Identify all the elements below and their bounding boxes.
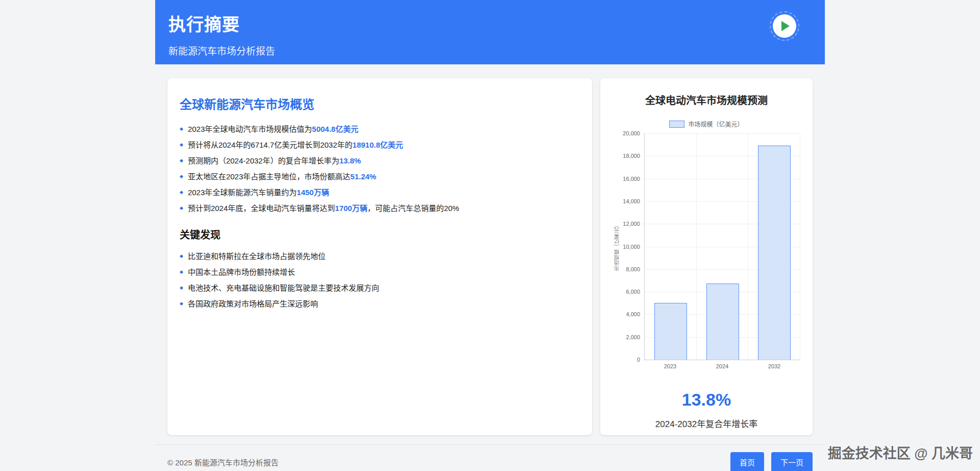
bullet-diamond-icon: ◆ xyxy=(180,282,183,293)
cagr-label: 2024-2032年复合年增长率 xyxy=(612,417,800,430)
chart-legend[interactable]: 市场规模（亿美元） xyxy=(612,120,800,128)
bullet-diamond-icon: ◆ xyxy=(180,139,183,150)
y-tick-label: 20,000 xyxy=(623,130,640,136)
list-item-text: 预计将从2024年的6714.7亿美元增长到2032年的18910.8亿美元 xyxy=(188,139,403,150)
key-findings-list: ◆比亚迪和特斯拉在全球市场占据领先地位◆中国本土品牌市场份额持续增长◆电池技术、… xyxy=(180,251,580,309)
highlight-value: 18910.8亿美元 xyxy=(353,140,403,149)
y-tick-label: 2,000 xyxy=(626,334,640,340)
y-tick-label: 14,000 xyxy=(623,198,640,204)
legend-label: 市场规模（亿美元） xyxy=(688,120,743,128)
list-item: ◆各国政府政策对市场格局产生深远影响 xyxy=(180,298,580,309)
highlight-value: 1700万辆 xyxy=(335,204,367,213)
overview-card: 全球新能源汽车市场概览 ◆2023年全球电动汽车市场规模估值为5004.8亿美元… xyxy=(167,78,592,435)
bar-2023 xyxy=(654,303,687,360)
next-page-button[interactable]: 下一页 xyxy=(771,452,813,471)
list-item-text: 亚太地区在2023年占据主导地位，市场份额高达51.24% xyxy=(188,171,376,182)
main-content: 全球新能源汽车市场概览 ◆2023年全球电动汽车市场规模估值为5004.8亿美元… xyxy=(155,64,825,435)
y-tick-label: 12,000 xyxy=(623,221,640,227)
list-item: ◆预测期内（2024-2032年）的复合年增长率为13.8% xyxy=(180,155,580,166)
page-container: 执行摘要 新能源汽车市场分析报告 全球新能源汽车市场概览 ◆2023年全球电动汽… xyxy=(155,0,825,471)
list-item: ◆电池技术、充电基础设施和智能驾驶是主要技术发展方向 xyxy=(180,282,580,293)
bullet-diamond-icon: ◆ xyxy=(180,203,183,214)
list-item-text: 2023年全球电动汽车市场规模估值为5004.8亿美元 xyxy=(188,124,358,134)
play-icon xyxy=(781,21,790,31)
list-item: ◆比亚迪和特斯拉在全球市场占据领先地位 xyxy=(180,251,580,262)
key-findings-title: 关键发现 xyxy=(180,227,580,242)
list-item-text: 中国本土品牌市场份额持续增长 xyxy=(188,267,295,277)
y-axis-title: 市场规模（亿美元） xyxy=(612,133,621,360)
bullet-diamond-icon: ◆ xyxy=(180,251,183,262)
list-item-text: 2023年全球新能源汽车销量约为1450万辆 xyxy=(188,187,329,198)
chart-card: 全球电动汽车市场规模预测 市场规模（亿美元） 市场规模（亿美元） 02,0004… xyxy=(600,78,813,435)
gridline xyxy=(800,133,800,360)
bullet-diamond-icon: ◆ xyxy=(180,171,183,182)
chart-title: 全球电动汽车市场规模预测 xyxy=(612,92,800,107)
list-item: ◆预计将从2024年的6714.7亿美元增长到2032年的18910.8亿美元 xyxy=(180,139,580,150)
copyright-text: © 2025 新能源汽车市场分析报告 xyxy=(167,457,279,467)
highlight-value: 51.24% xyxy=(350,172,376,181)
highlight-value: 5004.8亿美元 xyxy=(312,125,358,133)
bar-2024 xyxy=(706,284,739,360)
highlight-value: 13.8% xyxy=(339,156,361,165)
highlight-value: 1450万辆 xyxy=(297,188,329,197)
list-item: ◆中国本土品牌市场份额持续增长 xyxy=(180,267,580,277)
list-item: ◆2023年全球新能源汽车销量约为1450万辆 xyxy=(180,187,580,198)
chart-plot-area xyxy=(644,133,800,360)
x-tick-label: 2023 xyxy=(644,363,696,369)
bullet-diamond-icon: ◆ xyxy=(180,155,183,166)
x-tick-label: 2032 xyxy=(748,363,800,369)
x-axis-labels: 202320242032 xyxy=(644,363,800,369)
watermark: 掘金技术社区 @ 几米哥 xyxy=(828,442,973,462)
y-tick-label: 0 xyxy=(637,357,640,363)
list-item-text: 预测期内（2024-2032年）的复合年增长率为13.8% xyxy=(188,155,361,166)
gridline xyxy=(748,133,748,360)
list-item-text: 预计到2024年底，全球电动汽车销量将达到1700万辆，可能占汽车总销量的20% xyxy=(188,203,459,214)
page-title: 执行摘要 xyxy=(168,11,812,36)
legend-swatch-icon xyxy=(669,121,684,128)
list-item: ◆亚太地区在2023年占据主导地位，市场份额高达51.24% xyxy=(180,171,580,182)
header-banner: 执行摘要 新能源汽车市场分析报告 xyxy=(155,0,825,64)
y-tick-label: 6,000 xyxy=(626,289,640,295)
home-button[interactable]: 首页 xyxy=(730,452,764,471)
x-tick-label: 2024 xyxy=(696,363,748,369)
bullet-diamond-icon: ◆ xyxy=(180,124,183,134)
list-item: ◆2023年全球电动汽车市场规模估值为5004.8亿美元 xyxy=(180,124,580,134)
play-button[interactable] xyxy=(773,14,796,38)
overview-title: 全球新能源汽车市场概览 xyxy=(180,95,580,112)
y-tick-label: 4,000 xyxy=(626,311,640,317)
list-item-text: 各国政府政策对市场格局产生深远影响 xyxy=(188,298,318,309)
list-item: ◆预计到2024年底，全球电动汽车销量将达到1700万辆，可能占汽车总销量的20… xyxy=(180,203,580,214)
gridline xyxy=(645,133,800,134)
page-subtitle: 新能源汽车市场分析报告 xyxy=(168,43,812,57)
bullet-diamond-icon: ◆ xyxy=(180,187,183,198)
cagr-value: 13.8% xyxy=(612,390,800,410)
bar-chart: 市场规模（亿美元） 02,0004,0006,0008,00010,00012,… xyxy=(612,133,800,360)
y-axis-labels: 02,0004,0006,0008,00010,00012,00014,0001… xyxy=(621,133,644,360)
bullet-diamond-icon: ◆ xyxy=(180,267,183,277)
gridline xyxy=(696,133,697,360)
y-tick-label: 10,000 xyxy=(623,244,640,250)
y-tick-label: 16,000 xyxy=(623,176,640,182)
list-item-text: 电池技术、充电基础设施和智能驾驶是主要技术发展方向 xyxy=(188,282,379,293)
bullet-diamond-icon: ◆ xyxy=(180,298,183,309)
y-tick-label: 8,000 xyxy=(626,266,640,272)
footer-nav: 首页 下一页 xyxy=(730,452,813,471)
list-item-text: 比亚迪和特斯拉在全球市场占据领先地位 xyxy=(188,251,326,262)
y-tick-label: 18,000 xyxy=(623,153,640,159)
bar-2032 xyxy=(758,146,791,360)
footer: © 2025 新能源汽车市场分析报告 首页 下一页 xyxy=(155,444,825,471)
overview-list: ◆2023年全球电动汽车市场规模估值为5004.8亿美元◆预计将从2024年的6… xyxy=(180,124,580,214)
